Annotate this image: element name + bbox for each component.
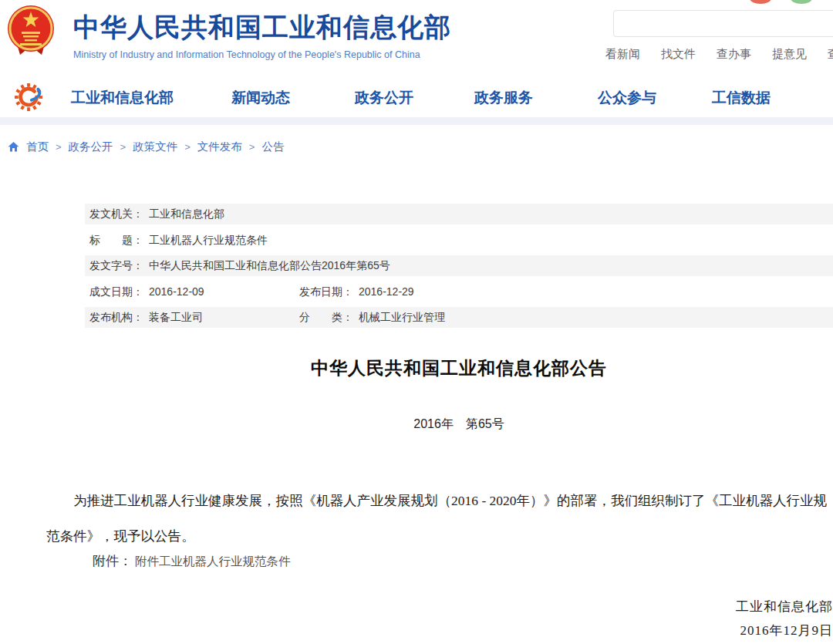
quick-link-data[interactable]: 查数据: [828, 47, 833, 62]
meta-value: 工业机器人行业规范条件: [149, 234, 268, 246]
quick-link-news[interactable]: 看新闻: [605, 47, 640, 62]
announcement-body: 为推进工业机器人行业健康发展，按照《机器人产业发展规划（2016 - 2020年…: [46, 483, 833, 554]
site-subtitle-en: Ministry of Industry and Information Tec…: [73, 49, 451, 60]
signature-block: 工业和信息化部 2016年12月9日: [46, 595, 833, 642]
meta-row-title: 标 题：工业机器人行业规范条件: [85, 230, 833, 251]
site-header: 中华人民共和国工业和信息化部 Ministry of Industry and …: [0, 0, 833, 77]
nav-item-gov-disclosure[interactable]: 政务公开: [355, 88, 413, 108]
announcement-title: 中华人民共和国工业和信息化部公告: [46, 356, 833, 380]
miit-gear-logo-icon: [14, 83, 43, 112]
meta-label: 标 题：: [89, 234, 143, 246]
meta-value: 2016-12-09: [149, 285, 204, 298]
home-icon: [8, 141, 19, 153]
search-input[interactable]: [613, 10, 833, 37]
nav-item-miit-data[interactable]: 工信数据: [712, 88, 771, 108]
attachment-label: 附件：: [93, 554, 132, 568]
sign-date: 2016年12月9日: [46, 619, 833, 642]
breadcrumb-gov-disclosure[interactable]: 政务公开: [69, 140, 113, 154]
main-nav: 工业和信息化部 新闻动态 政务公开 政务服务 公众参与 工信数据: [0, 77, 833, 117]
meta-label: 分 类：: [299, 311, 353, 323]
meta-value: 装备工业司: [149, 311, 203, 323]
meta-label: 发布日期：: [299, 285, 353, 298]
quick-links: 看新闻 找文件 查办事 提意见 查数据: [605, 47, 833, 62]
site-title-block: 中华人民共和国工业和信息化部 Ministry of Industry and …: [73, 10, 451, 60]
nav-item-gov-services[interactable]: 政务服务: [474, 88, 533, 108]
quick-link-documents[interactable]: 找文件: [661, 47, 696, 62]
nav-item-miit[interactable]: 工业和信息化部: [71, 88, 174, 108]
meta-value: 机械工业行业管理: [359, 311, 445, 323]
meta-row-dates: 成文日期：2016-12-09 发布日期：2016-12-29: [85, 282, 833, 302]
meta-label: 成文日期：: [89, 285, 143, 298]
nav-separator: [0, 117, 833, 125]
nav-item-news[interactable]: 新闻动态: [231, 88, 290, 108]
meta-row-issuing-agency: 发文机关：工业和信息化部: [85, 204, 833, 224]
breadcrumb-policy-documents[interactable]: 政策文件: [133, 140, 177, 154]
attachment-link[interactable]: 附件工业机器人行业规范条件: [135, 555, 291, 568]
attachment-line: 附件：附件工业机器人行业规范条件: [46, 552, 291, 570]
meta-row-document-number: 发文字号：中华人民共和国工业和信息化部公告2016年第65号: [85, 255, 833, 276]
meta-value: 中华人民共和国工业和信息化部公告2016年第65号: [149, 259, 390, 271]
green-dot-icon: [791, 0, 812, 4]
document-meta-table: 发文机关：工业和信息化部 标 题：工业机器人行业规范条件 发文字号：中华人民共和…: [85, 204, 833, 333]
meta-value: 工业和信息化部: [149, 207, 224, 220]
meta-row-agency-category: 发布机构：装备工业司 分 类：机械工业行业管理: [85, 307, 833, 328]
meta-value: 2016-12-29: [359, 285, 414, 298]
site-title: 中华人民共和国工业和信息化部: [73, 10, 451, 46]
breadcrumb-announcement: 公告: [261, 140, 284, 154]
breadcrumb-separator: >: [56, 141, 62, 153]
quick-link-feedback[interactable]: 提意见: [772, 47, 807, 62]
breadcrumb: 首页 > 政务公开 > 政策文件 > 文件发布 > 公告: [8, 140, 284, 154]
breadcrumb-separator: >: [120, 141, 126, 153]
meta-label: 发布机构：: [89, 311, 143, 323]
breadcrumb-document-release[interactable]: 文件发布: [197, 140, 242, 154]
meta-label: 发文字号：: [89, 259, 143, 271]
breadcrumb-separator: >: [249, 141, 255, 153]
signer: 工业和信息化部: [46, 595, 833, 619]
nav-item-public-participation[interactable]: 公众参与: [598, 88, 656, 108]
breadcrumb-home[interactable]: 首页: [26, 140, 49, 154]
issue-number: 2016年 第65号: [46, 416, 833, 433]
quick-link-services[interactable]: 查办事: [717, 47, 751, 62]
page: 中华人民共和国工业和信息化部 Ministry of Industry and …: [0, 0, 833, 644]
national-emblem-logo: [6, 2, 56, 58]
red-dot-icon: [750, 0, 771, 4]
breadcrumb-separator: >: [184, 141, 191, 153]
meta-label: 发文机关：: [89, 207, 143, 220]
